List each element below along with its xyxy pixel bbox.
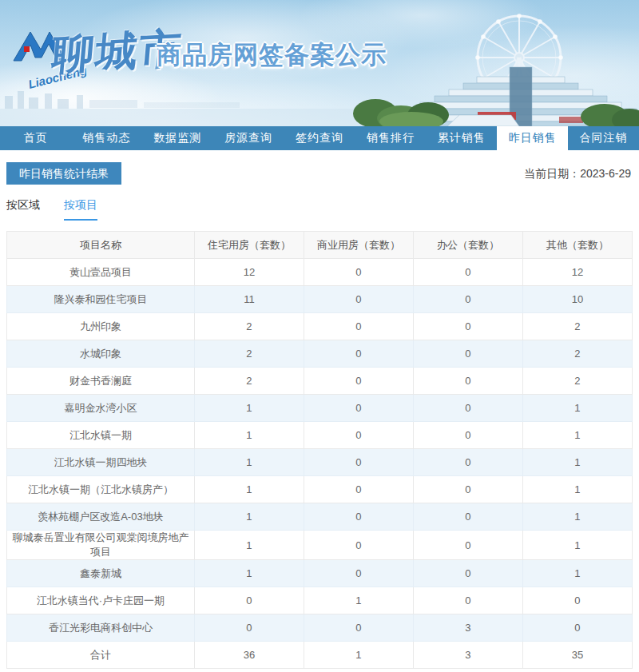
nav-item-cumulative-sales[interactable]: 累计销售 [426,126,497,150]
site-subtitle: 商品房网签备案公示 [157,38,387,72]
column-header: 办公（套数） [413,232,522,259]
view-subtabs: 按区域按项目 [6,198,633,221]
table-row: 江北水镇一期1001 [7,422,633,449]
nav-item-sales-ranking[interactable]: 销售排行 [355,126,426,150]
count-cell: 1 [522,531,632,560]
count-cell: 2 [522,313,632,340]
count-cell: 1 [194,395,304,422]
count-cell: 0 [413,368,522,395]
count-cell: 0 [413,313,522,340]
count-cell: 0 [304,531,413,560]
count-cell: 12 [522,259,632,286]
count-cell: 0 [304,395,413,422]
table-row: 江北水镇一期（江北水镇房产）1001 [7,476,633,503]
project-name-cell: 江北水镇当代·卢卡庄园一期 [7,587,195,614]
title-row: 昨日销售统计结果 当前日期：2023-6-29 [6,150,633,187]
column-header: 其他（套数） [522,232,632,259]
table-row: 香江光彩电商科创中心0030 [7,614,633,642]
count-cell: 0 [522,614,632,642]
count-cell: 1 [194,503,304,531]
count-cell: 0 [413,286,522,313]
table-row: 财金书香澜庭2002 [7,368,633,395]
count-cell: 0 [413,531,522,560]
subtab-by-region[interactable]: 按区域 [6,198,40,221]
count-cell: 1 [522,395,632,422]
page-title: 昨日销售统计结果 [6,162,121,185]
count-cell: 0 [304,368,413,395]
count-cell: 2 [194,340,304,368]
count-cell: 0 [522,587,632,614]
table-row: 羡林苑棚户区改造A-03地块1001 [7,503,633,531]
count-cell: 1 [304,587,413,614]
main-content: 昨日销售统计结果 当前日期：2023-6-29 按区域按项目 项目名称住宅用房（… [0,150,639,669]
current-date: 当前日期：2023-6-29 [524,167,631,181]
count-cell: 1 [194,531,304,560]
count-cell: 1 [522,476,632,503]
count-cell: 1 [194,422,304,449]
count-cell: 2 [522,340,632,368]
project-name-cell: 嘉明金水湾小区 [7,395,195,422]
project-name-cell: 聊城泰岳置业有限公司观棠阅境房地产项目 [7,531,195,560]
nav-item-sales-dynamics[interactable]: 销售动态 [71,126,142,150]
count-cell: 1 [522,503,632,531]
nav-item-data-monitoring[interactable]: 数据监测 [142,126,213,150]
count-cell: 3 [413,642,522,669]
count-cell: 0 [413,560,522,587]
count-cell: 0 [304,422,413,449]
table-row: 黄山壹品项目120012 [7,259,633,286]
current-date-value: 2023-6-29 [580,167,631,180]
table-row: 江北水镇当代·卢卡庄园一期0100 [7,587,633,614]
count-cell: 0 [304,476,413,503]
count-cell: 0 [194,614,304,642]
table-row: 江北水镇一期四地块1001 [7,449,633,476]
table-row: 嘉明金水湾小区1001 [7,395,633,422]
project-name-cell: 黄山壹品项目 [7,259,195,286]
nav-item-yesterday-sales[interactable]: 昨日销售 [497,126,568,150]
count-cell: 0 [304,286,413,313]
count-cell: 0 [413,503,522,531]
count-cell: 2 [522,368,632,395]
nav-item-contract-cancellation[interactable]: 合同注销 [568,126,639,150]
count-cell: 0 [194,587,304,614]
column-header: 住宅用房（套数） [194,232,304,259]
count-cell: 1 [522,560,632,587]
count-cell: 0 [304,503,413,531]
table-row: 水城印象2002 [7,340,633,368]
count-cell: 0 [413,449,522,476]
nav-item-home[interactable]: 首页 [0,126,71,150]
sales-table-head: 项目名称住宅用房（套数）商业用房（套数）办公（套数）其他（套数） [7,232,633,259]
count-cell: 35 [522,642,632,669]
count-cell: 0 [413,587,522,614]
count-cell: 0 [413,476,522,503]
project-name-cell: 水城印象 [7,340,195,368]
sales-table-body: 黄山壹品项目120012隆兴泰和园住宅项目110010九州印象2002水城印象2… [7,259,633,669]
project-name-cell: 香江光彩电商科创中心 [7,614,195,642]
current-date-label: 当前日期： [524,167,580,180]
count-cell: 0 [304,259,413,286]
table-row: 隆兴泰和园住宅项目110010 [7,286,633,313]
count-cell: 1 [194,560,304,587]
project-name-cell: 鑫泰新城 [7,560,195,587]
water [0,109,399,126]
project-name-cell: 江北水镇一期 [7,422,195,449]
nav-item-listing-search[interactable]: 房源查询 [213,126,284,150]
count-cell: 11 [194,286,304,313]
project-name-cell: 江北水镇一期四地块 [7,449,195,476]
nav-item-signing-search[interactable]: 签约查询 [284,126,355,150]
project-name-cell: 隆兴泰和园住宅项目 [7,286,195,313]
count-cell: 0 [304,560,413,587]
count-cell: 0 [413,340,522,368]
count-cell: 0 [304,614,413,642]
project-name-cell: 羡林苑棚户区改造A-03地块 [7,503,195,531]
subtab-by-project[interactable]: 按项目 [64,198,97,221]
project-name-cell: 九州印象 [7,313,195,340]
count-cell: 1 [194,449,304,476]
count-cell: 1 [194,476,304,503]
table-row: 鑫泰新城1001 [7,560,633,587]
table-row: 聊城泰岳置业有限公司观棠阅境房地产项目1001 [7,531,633,560]
column-header: 项目名称 [7,232,195,259]
project-name-cell: 江北水镇一期（江北水镇房产） [7,476,195,503]
count-cell: 3 [413,614,522,642]
count-cell: 1 [304,642,413,669]
project-name-cell: 财金书香澜庭 [7,368,195,395]
